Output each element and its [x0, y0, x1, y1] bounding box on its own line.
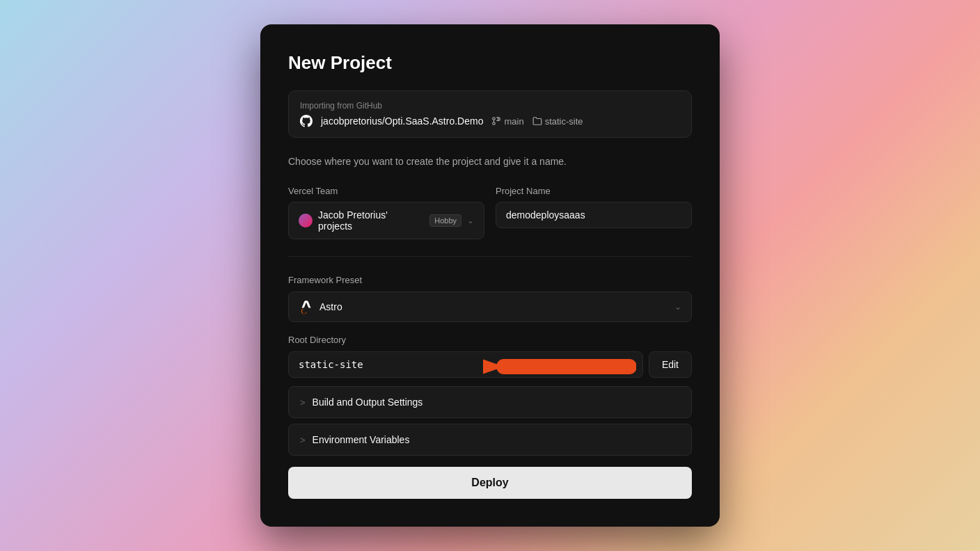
vercel-team-select[interactable]: Jacob Pretorius' projects Hobby ⌄ [288, 202, 484, 239]
github-icon [300, 115, 313, 127]
root-directory-input[interactable] [288, 351, 643, 378]
vercel-team-group: Vercel Team Jacob Pretorius' projects Ho… [288, 186, 484, 239]
project-name-label: Project Name [496, 186, 692, 196]
branch-icon [491, 116, 501, 126]
svg-point-0 [493, 118, 496, 120]
project-name-input[interactable] [496, 202, 692, 228]
project-name-group: Project Name [496, 186, 692, 239]
import-info: jacobpretorius/Opti.SaaS.Astro.Demo main… [300, 115, 680, 127]
vercel-team-label: Vercel Team [288, 186, 484, 196]
env-variables-accordion[interactable]: > Environment Variables [288, 424, 692, 456]
astro-icon [299, 299, 314, 314]
root-directory-label: Root Directory [288, 335, 346, 345]
framework-select[interactable]: Astro ⌄ [288, 292, 692, 322]
team-project-row: Vercel Team Jacob Pretorius' projects Ho… [288, 186, 692, 239]
root-directory-section: Root Directory Edit [288, 333, 692, 378]
root-dir-input-row: Edit [288, 351, 692, 378]
team-avatar [299, 214, 313, 227]
chevron-down-icon: ⌄ [467, 216, 474, 225]
chevron-right-icon: > [300, 397, 306, 408]
repo-name: jacobpretorius/Opti.SaaS.Astro.Demo [321, 115, 483, 127]
framework-value: Astro [319, 301, 342, 312]
modal-title: New Project [288, 52, 692, 74]
chevron-down-icon-framework: ⌄ [674, 302, 681, 312]
folder-info: static-site [532, 116, 583, 127]
edit-button[interactable]: Edit [649, 351, 692, 378]
build-settings-label: Build and Output Settings [313, 397, 423, 408]
svg-point-1 [493, 122, 496, 125]
import-label: Importing from GitHub [300, 101, 680, 111]
env-variables-label: Environment Variables [313, 434, 410, 445]
team-name: Jacob Pretorius' projects [318, 209, 424, 232]
import-banner: Importing from GitHub jacobpretorius/Opt… [288, 90, 692, 138]
chevron-right-icon-env: > [300, 435, 306, 445]
deploy-button[interactable]: Deploy [288, 467, 692, 499]
branch-info: main [491, 116, 523, 127]
folder-icon [532, 116, 542, 126]
description: Choose where you want to create the proj… [288, 154, 692, 169]
branch-name: main [504, 116, 523, 127]
framework-section: Framework Preset Astro ⌄ [288, 273, 692, 322]
folder-name: static-site [545, 116, 583, 127]
hobby-badge: Hobby [429, 214, 461, 227]
framework-label: Framework Preset [288, 275, 362, 285]
divider [288, 256, 692, 257]
new-project-modal: New Project Importing from GitHub jacobp… [260, 24, 720, 527]
build-settings-accordion[interactable]: > Build and Output Settings [288, 386, 692, 418]
